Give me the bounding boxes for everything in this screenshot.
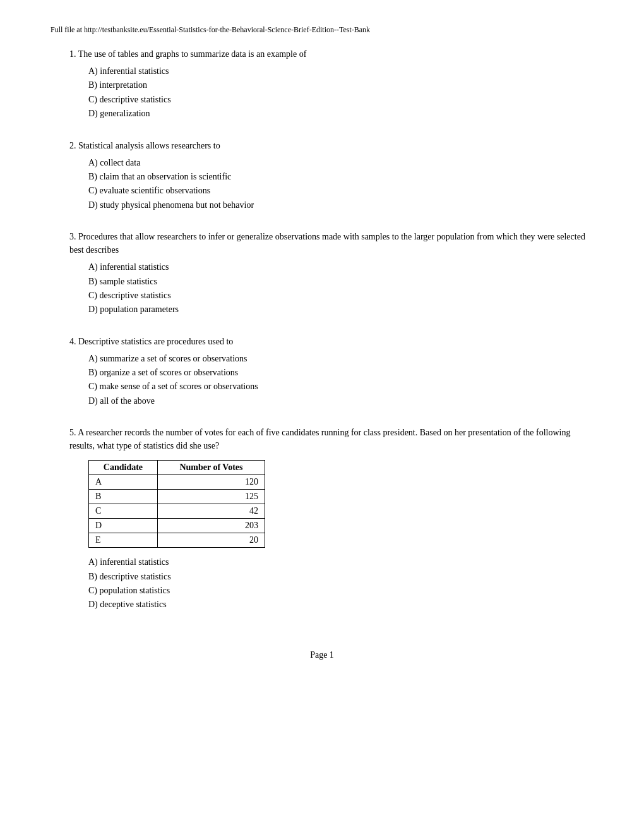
question-3-text: 3. Procedures that allow researchers to … — [51, 230, 593, 257]
question-1-text: 1. The use of tables and graphs to summa… — [51, 47, 593, 61]
list-item: A) inferential statistics — [88, 260, 593, 274]
candidate-cell: E — [89, 533, 158, 548]
votes-cell: 203 — [157, 519, 265, 533]
table-row: B125 — [89, 490, 265, 504]
list-item: B) organize a set of scores or observati… — [88, 366, 593, 380]
candidate-cell: C — [89, 504, 158, 519]
candidate-cell: A — [89, 475, 158, 490]
list-item: A) inferential statistics — [88, 64, 593, 78]
list-item: C) descriptive statistics — [88, 289, 593, 303]
question-5: 5. A researcher records the number of vo… — [51, 426, 593, 612]
table-row: A120 — [89, 475, 265, 490]
question-4: 4. Descriptive statistics are procedures… — [51, 335, 593, 409]
table-row: E20 — [89, 533, 265, 548]
table-row: C42 — [89, 504, 265, 519]
header-url: Full file at http://testbanksite.eu/Esse… — [51, 25, 593, 35]
votes-table: Candidate Number of Votes A120B125C42D20… — [88, 460, 265, 548]
list-item: A) inferential statistics — [88, 555, 593, 569]
question-2-text: 2. Statistical analysis allows researche… — [51, 139, 593, 152]
votes-cell: 120 — [157, 475, 265, 490]
table-col-candidate: Candidate — [89, 461, 158, 475]
votes-table-container: Candidate Number of Votes A120B125C42D20… — [88, 460, 593, 548]
question-2: 2. Statistical analysis allows researche… — [51, 139, 593, 213]
votes-cell: 125 — [157, 490, 265, 504]
page-footer: Page 1 — [51, 650, 593, 660]
list-item: B) sample statistics — [88, 275, 593, 289]
list-item: B) descriptive statistics — [88, 570, 593, 584]
votes-cell: 42 — [157, 504, 265, 519]
list-item: B) claim that an observation is scientif… — [88, 170, 593, 184]
list-item: D) generalization — [88, 107, 593, 121]
question-4-options: A) summarize a set of scores or observat… — [51, 352, 593, 409]
list-item: D) study physical phenomena but not beha… — [88, 198, 593, 212]
list-item: D) all of the above — [88, 394, 593, 408]
table-col-votes: Number of Votes — [157, 461, 265, 475]
list-item: A) summarize a set of scores or observat… — [88, 352, 593, 366]
question-3-options: A) inferential statistics B) sample stat… — [51, 260, 593, 317]
list-item: B) interpretation — [88, 78, 593, 92]
candidate-cell: D — [89, 519, 158, 533]
question-5-options: A) inferential statistics B) descriptive… — [51, 555, 593, 612]
list-item: C) make sense of a set of scores or obse… — [88, 380, 593, 394]
question-2-options: A) collect data B) claim that an observa… — [51, 156, 593, 213]
question-3: 3. Procedures that allow researchers to … — [51, 230, 593, 317]
question-1: 1. The use of tables and graphs to summa… — [51, 47, 593, 121]
list-item: A) collect data — [88, 156, 593, 170]
table-row: D203 — [89, 519, 265, 533]
list-item: C) population statistics — [88, 584, 593, 598]
votes-cell: 20 — [157, 533, 265, 548]
list-item: D) population parameters — [88, 303, 593, 317]
list-item: D) deceptive statistics — [88, 598, 593, 612]
list-item: C) evaluate scientific observations — [88, 184, 593, 198]
list-item: C) descriptive statistics — [88, 93, 593, 107]
question-4-text: 4. Descriptive statistics are procedures… — [51, 335, 593, 348]
question-5-text: 5. A researcher records the number of vo… — [51, 426, 593, 452]
question-1-options: A) inferential statistics B) interpretat… — [51, 64, 593, 121]
candidate-cell: B — [89, 490, 158, 504]
